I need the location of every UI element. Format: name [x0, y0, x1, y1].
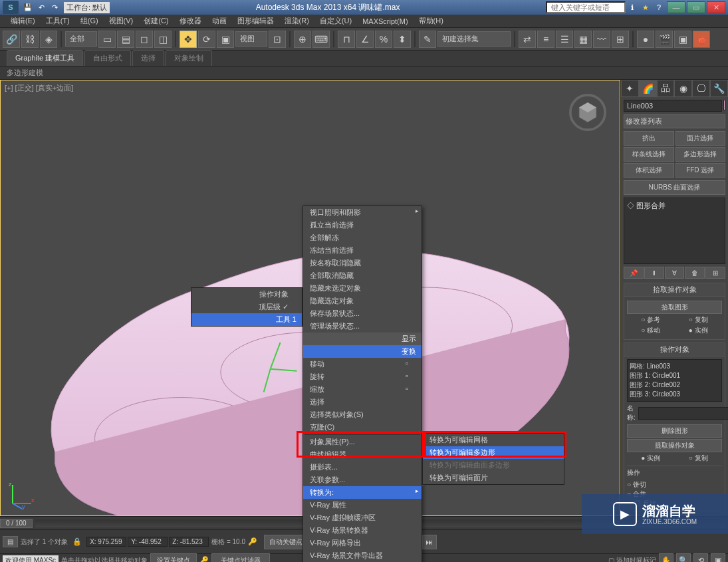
radio-move[interactable]: ○ 移动 [641, 326, 660, 335]
pan-icon[interactable]: ✋ [659, 553, 673, 563]
angle-snap-icon[interactable]: ∠ [356, 31, 374, 48]
minimize-button[interactable]: — [667, 1, 685, 13]
cm-vray-vfb[interactable]: V-Ray 虚拟帧缓冲区 [303, 511, 422, 524]
mod-vol-select[interactable]: 体积选择 [624, 163, 674, 178]
orbit-icon[interactable]: ⟲ [693, 553, 708, 563]
menu-edit[interactable]: 编辑(E) [5, 15, 41, 27]
object-color-swatch[interactable] [723, 100, 725, 110]
cm-clone[interactable]: 克隆(C) [303, 421, 422, 434]
restore-button[interactable]: ▭ [687, 1, 705, 13]
bind-icon[interactable]: ◈ [40, 31, 57, 48]
cm-convert-to[interactable]: 转换为: [303, 486, 422, 499]
autokey-button[interactable]: 自动关键点 [264, 535, 308, 549]
menu-customize[interactable]: 自定义(U) [314, 15, 357, 27]
cm-move[interactable]: 移动 ▫ [303, 358, 422, 370]
configure-icon[interactable]: ⊞ [705, 267, 725, 279]
tab-object-paint[interactable]: 对象绘制 [166, 50, 212, 66]
tab-freeform[interactable]: 自由形式 [84, 50, 131, 66]
cm-select-similar[interactable]: 选择类似对象(S) [303, 408, 422, 421]
menu-rendering[interactable]: 渲染(R) [279, 15, 314, 27]
select-by-name-icon[interactable]: ▤ [117, 31, 134, 48]
show-end-icon[interactable]: Ⅱ [644, 267, 664, 279]
remove-mod-icon[interactable]: 🗑 [685, 267, 705, 279]
mod-poly-select[interactable]: 多边形选择 [675, 147, 726, 162]
operand-name-field[interactable] [638, 407, 728, 420]
radio-ext-instance[interactable]: ● 实例 [641, 454, 660, 463]
ref-coord-dropdown[interactable]: 视图 [235, 31, 267, 47]
radio-reference[interactable]: ○ 参考 [641, 315, 660, 325]
cm-unhide-by-name[interactable]: 按名称取消隐藏 [303, 257, 422, 269]
curve-editor-icon[interactable]: 〰 [593, 31, 610, 48]
menu-modifiers[interactable]: 修改器 [174, 15, 207, 27]
radio-ext-copy[interactable]: ○ 复制 [689, 454, 708, 463]
cm-vray-scene-export[interactable]: V-Ray 场景文件导出器 [303, 549, 422, 562]
zoom-icon[interactable]: 🔍 [676, 553, 691, 563]
keyfilter-button[interactable]: 关键点过滤器 [211, 553, 270, 563]
extract-button[interactable]: 提取操作对象 [627, 439, 722, 452]
setkey-big-icon[interactable]: 🔑 [199, 556, 209, 562]
radio-cookie[interactable]: ○ 饼切 [627, 481, 646, 488]
modifier-list-dropdown[interactable]: 修改器列表 [624, 114, 725, 128]
hierarchy-tab-icon[interactable]: 品 [657, 80, 675, 97]
cm-op-object[interactable]: 操作对象 [191, 288, 302, 301]
undo-icon[interactable]: ↶ [35, 1, 47, 13]
view-cube[interactable] [569, 94, 606, 131]
unique-icon[interactable]: ∀ [665, 267, 685, 279]
graphite-icon[interactable]: ▦ [574, 31, 592, 48]
link-icon[interactable]: 🔗 [3, 31, 20, 48]
menu-grapheditors[interactable]: 图形编辑器 [232, 15, 279, 27]
setkey-button[interactable]: 设置关键点 [150, 553, 197, 563]
layers-icon[interactable]: ☰ [556, 31, 573, 48]
snap-icon[interactable]: ⊓ [338, 31, 355, 48]
pickup-rollout-header[interactable]: 拾取操作对象 [624, 283, 725, 297]
coord-x-field[interactable] [86, 537, 126, 547]
key-icon[interactable]: 🔑 [248, 537, 261, 546]
object-name-field[interactable] [624, 100, 722, 112]
motion-tab-icon[interactable]: ◉ [674, 80, 692, 97]
cm-select[interactable]: 选择 [303, 396, 422, 408]
help-search-input[interactable] [546, 1, 626, 13]
add-time-tag[interactable]: 添加时间标记 [616, 557, 656, 563]
select-scale-icon[interactable]: ▣ [217, 31, 234, 48]
spinner-snap-icon[interactable]: ⬍ [394, 31, 411, 48]
utilities-tab-icon[interactable]: 🔧 [710, 80, 728, 97]
edit-named-sel-icon[interactable]: ✎ [419, 31, 436, 48]
material-editor-icon[interactable]: ● [637, 31, 654, 48]
menu-group[interactable]: 组(G) [75, 15, 104, 27]
render-frame-icon[interactable]: ▣ [674, 31, 691, 48]
save-icon[interactable]: 💾 [22, 1, 34, 13]
cm-vray-mesh-export[interactable]: V-Ray 网格导出 [303, 537, 422, 549]
render-icon[interactable]: 🫖 [693, 31, 710, 48]
use-center-icon[interactable]: ⊡ [269, 31, 286, 48]
cm-conv-poly[interactable]: 转换为可编辑多边形 [423, 446, 564, 459]
cm-rotate[interactable]: 旋转 ▫ [303, 370, 422, 383]
unlink-icon[interactable]: ⛓ [21, 31, 39, 48]
max-viewport-icon[interactable]: ▣ [711, 553, 725, 563]
coord-y-field[interactable] [128, 537, 168, 547]
cm-viewport-lighting[interactable]: 视口照明和阴影 [303, 206, 422, 219]
percent-snap-icon[interactable]: % [375, 31, 392, 48]
operands-list[interactable]: 网格: Line003 图形 1: Circle001 图形 2: Circle… [627, 359, 722, 402]
cm-top-level[interactable]: 顶层级 ✓ [191, 301, 302, 313]
display-tab-icon[interactable]: 🖵 [692, 80, 710, 97]
cm-isolate[interactable]: 孤立当前选择 [303, 219, 422, 231]
cm-conv-surf-poly[interactable]: 转换为可编辑曲面多边形 [423, 459, 564, 472]
select-move-icon[interactable]: ✥ [180, 31, 197, 48]
delete-shape-button[interactable]: 删除图形 [627, 424, 722, 438]
mod-extrude[interactable]: 挤出 [624, 131, 674, 146]
ribbon-subtab[interactable]: 多边形建模 [0, 67, 728, 80]
modify-tab-icon[interactable]: 🌈 [639, 80, 657, 97]
cm-unfreeze-all[interactable]: 全部解冻 [303, 231, 422, 244]
mod-spline-select[interactable]: 样条线选择 [624, 147, 674, 162]
pin-stack-icon[interactable]: 📌 [624, 267, 644, 279]
mirror-icon[interactable]: ⇄ [519, 31, 536, 48]
help-icon[interactable]: ? [653, 1, 665, 13]
redo-icon[interactable]: ↷ [49, 1, 61, 13]
star-icon[interactable]: ★ [640, 1, 652, 13]
selection-filter-dropdown[interactable]: 全部 [65, 31, 97, 47]
menu-create[interactable]: 创建(C) [138, 15, 174, 27]
goto-end-icon[interactable]: ⏭ [422, 535, 437, 549]
cm-vray-props[interactable]: V-Ray 属性 [303, 499, 422, 511]
modifier-stack[interactable]: ◇ 图形合并 [624, 198, 725, 264]
cm-hide-unselected[interactable]: 隐藏未选定对象 [303, 282, 422, 295]
